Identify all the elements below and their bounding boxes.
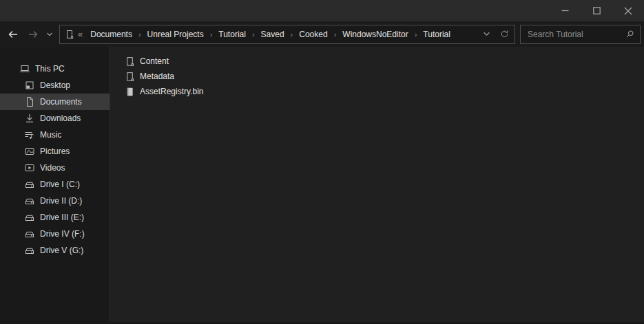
sidebar-item-drive-iv-f[interactable]: Drive IV (F:)	[0, 226, 110, 242]
sidebar-navigation-pane: This PCDesktopDocumentsDownloadsMusicPic…	[0, 47, 110, 322]
forward-arrow-icon	[28, 29, 39, 40]
sidebar-item-label: Pictures	[40, 147, 70, 156]
drive-icon	[24, 195, 35, 206]
file-list: ContentMetadataAssetRegistry.bin	[110, 47, 644, 322]
chevron-down-icon	[483, 30, 490, 38]
sidebar-item-label: Desktop	[40, 80, 70, 90]
breadcrumb-item[interactable]: Cooked	[293, 25, 333, 43]
close-icon	[624, 7, 632, 15]
file-row[interactable]: Content	[110, 54, 644, 69]
sidebar-item-label: Documents	[40, 97, 82, 107]
sidebar-item-label: Downloads	[40, 114, 81, 123]
sidebar-item-label: This PC	[35, 64, 65, 74]
sidebar-item-pictures[interactable]: Pictures	[0, 143, 110, 160]
maximize-icon	[593, 7, 601, 14]
drive-icon	[24, 245, 35, 256]
refresh-icon	[500, 30, 509, 39]
sidebar-item-this-pc[interactable]: This PC	[0, 61, 110, 77]
close-button[interactable]	[612, 0, 644, 21]
address-dropdown-button[interactable]	[477, 25, 495, 43]
blank-file-icon	[125, 72, 135, 82]
sidebar-item-label: Drive III (E:)	[40, 213, 84, 222]
sidebar-item-label: Music	[40, 130, 61, 140]
location-icon	[65, 30, 74, 39]
videos-icon	[24, 162, 35, 173]
file-name: AssetRegistry.bin	[140, 87, 203, 96]
music-icon	[24, 129, 35, 140]
minimize-button[interactable]	[549, 0, 581, 21]
breadcrumb-overflow-indicator[interactable]: «	[78, 29, 83, 39]
sidebar-item-label: Videos	[40, 163, 65, 173]
navigation-bar: « Documents›Unreal Projects›Tutorial›Sav…	[0, 21, 644, 47]
sidebar-item-drive-i-c[interactable]: Drive I (C:)	[0, 176, 110, 193]
chevron-down-icon	[46, 31, 53, 38]
sidebar-item-drive-v-g[interactable]: Drive V (G:)	[0, 242, 110, 259]
sidebar-item-desktop[interactable]: Desktop	[0, 77, 110, 94]
file-row[interactable]: AssetRegistry.bin	[110, 84, 644, 99]
breadcrumb: Documents›Unreal Projects›Tutorial›Saved…	[84, 25, 477, 43]
breadcrumb-item[interactable]: Tutorial	[417, 25, 457, 43]
address-bar[interactable]: « Documents›Unreal Projects›Tutorial›Sav…	[59, 25, 515, 44]
search-box	[520, 25, 641, 44]
file-name: Content	[140, 56, 169, 66]
file-row[interactable]: Metadata	[110, 69, 644, 84]
binary-file-icon	[125, 87, 135, 97]
sidebar-item-label: Drive V (G:)	[40, 246, 83, 255]
search-icon[interactable]	[625, 30, 634, 39]
window-body: This PCDesktopDocumentsDownloadsMusicPic…	[0, 47, 644, 322]
recent-locations-button[interactable]	[43, 25, 56, 44]
sidebar-item-drive-ii-d[interactable]: Drive II (D:)	[0, 193, 110, 209]
breadcrumb-item[interactable]: Documents	[84, 25, 138, 43]
sidebar-item-label: Drive II (D:)	[40, 196, 82, 206]
breadcrumb-item[interactable]: Saved	[255, 25, 291, 43]
refresh-button[interactable]	[495, 25, 513, 43]
pictures-icon	[24, 146, 35, 157]
breadcrumb-item[interactable]: Tutorial	[212, 25, 252, 43]
sidebar-item-videos[interactable]: Videos	[0, 160, 110, 176]
back-arrow-icon	[8, 29, 19, 40]
documents-icon	[24, 96, 35, 107]
drive-icon	[24, 228, 35, 239]
breadcrumb-item[interactable]: Unreal Projects	[141, 25, 210, 43]
sidebar-item-drive-iii-e[interactable]: Drive III (E:)	[0, 209, 110, 226]
file-name: Metadata	[140, 72, 174, 81]
desktop-icon	[24, 80, 35, 91]
search-input[interactable]	[528, 30, 621, 39]
blank-file-icon	[125, 56, 135, 67]
maximize-button[interactable]	[581, 0, 612, 21]
drive-icon	[24, 179, 35, 190]
downloads-icon	[24, 113, 35, 124]
sidebar-item-downloads[interactable]: Downloads	[0, 110, 110, 127]
titlebar	[0, 0, 644, 21]
minimize-icon	[561, 7, 569, 14]
sidebar-item-documents[interactable]: Documents	[0, 94, 110, 110]
back-button[interactable]	[3, 25, 23, 44]
sidebar-item-label: Drive IV (F:)	[40, 229, 85, 239]
file-explorer-window: « Documents›Unreal Projects›Tutorial›Sav…	[0, 0, 644, 324]
forward-button[interactable]	[23, 25, 43, 44]
this-pc-icon	[19, 63, 30, 74]
sidebar-item-label: Drive I (C:)	[40, 180, 80, 189]
breadcrumb-item[interactable]: WindowsNoEditor	[336, 25, 414, 43]
drive-icon	[24, 212, 35, 223]
sidebar-item-music[interactable]: Music	[0, 127, 110, 143]
